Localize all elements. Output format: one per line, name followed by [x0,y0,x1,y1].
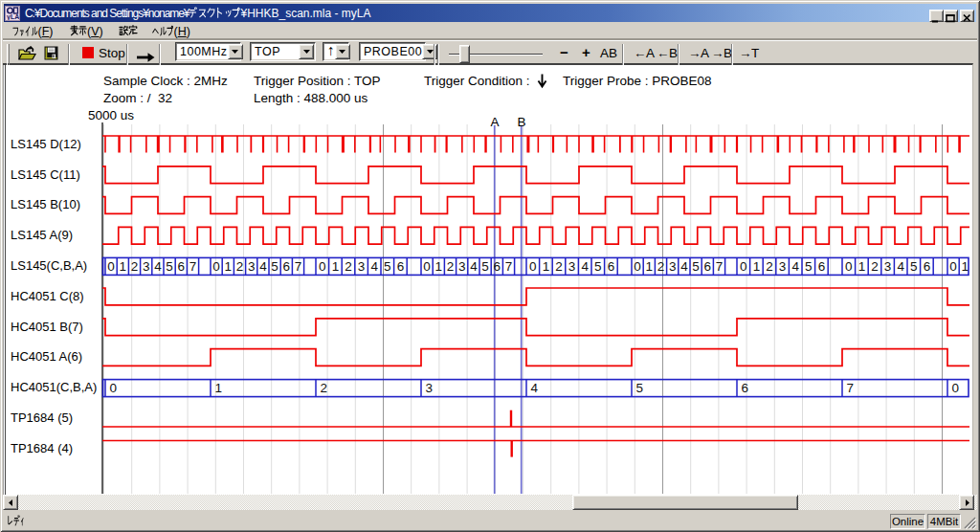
svg-text:2: 2 [657,259,665,274]
svg-text:1: 1 [120,259,127,274]
svg-text:0: 0 [423,259,431,274]
svg-text:5: 5 [910,259,918,274]
svg-text:1: 1 [543,259,550,274]
svg-text:4: 4 [370,259,378,274]
svg-text:0: 0 [319,259,326,274]
svg-text:5: 5 [636,381,644,395]
svg-text:Trigger Condition :: Trigger Condition : [424,74,530,88]
svg-text:HC4051(C,B,A): HC4051(C,B,A) [11,380,97,394]
svg-text:3: 3 [248,259,256,274]
svg-text:0: 0 [949,259,957,274]
svg-text:5: 5 [805,259,813,274]
svg-text:0: 0 [110,381,118,395]
svg-text:3: 3 [779,259,787,274]
svg-text:2: 2 [555,259,563,274]
svg-text:0: 0 [212,259,220,274]
svg-text:5: 5 [692,259,700,274]
svg-text:5: 5 [384,259,391,274]
svg-text:4: 4 [154,259,162,274]
svg-text:Length : 488.000 us: Length : 488.000 us [254,91,368,105]
svg-text:4: 4 [470,259,478,274]
svg-text:HC4051 B(7): HC4051 B(7) [11,320,83,334]
svg-text:1: 1 [858,259,866,274]
svg-text:2: 2 [766,259,773,274]
svg-text:3: 3 [143,259,150,274]
svg-text:0: 0 [529,259,537,274]
svg-text:HC4051 A(6): HC4051 A(6) [11,349,82,364]
svg-text:A: A [490,115,499,129]
svg-text:6: 6 [742,381,749,395]
svg-text:4: 4 [791,259,799,274]
svg-text:4: 4 [680,259,688,274]
svg-text:LS145 A(9): LS145 A(9) [11,228,73,242]
svg-text:3: 3 [568,259,576,274]
svg-text:5: 5 [166,259,173,274]
svg-text:0: 0 [845,259,853,274]
svg-text:B: B [517,115,525,129]
svg-text:1: 1 [753,259,761,274]
svg-text:3: 3 [358,259,366,274]
svg-text:2: 2 [871,259,879,274]
svg-text:5: 5 [271,259,278,274]
svg-text:3: 3 [884,259,892,274]
svg-text:7: 7 [505,259,513,274]
svg-text:6: 6 [178,259,186,274]
svg-text:3: 3 [669,259,677,274]
svg-text:2: 2 [345,259,352,274]
svg-text:Trigger Probe : PROBE08: Trigger Probe : PROBE08 [563,74,712,88]
svg-text:0: 0 [740,259,747,274]
svg-text:0: 0 [634,259,641,274]
svg-text:5000 us: 5000 us [88,108,134,122]
svg-text:5: 5 [481,259,489,274]
svg-text:1: 1 [962,259,969,274]
svg-text:2: 2 [321,381,328,395]
svg-text:LS145(C,B,A): LS145(C,B,A) [11,258,87,273]
svg-text:6: 6 [283,259,291,274]
svg-text:0: 0 [107,259,115,274]
svg-text:7: 7 [189,259,197,274]
svg-text:Sample Clock : 2MHz: Sample Clock : 2MHz [103,74,228,88]
svg-text:6: 6 [924,259,931,274]
svg-text:4: 4 [581,259,589,274]
svg-text:HC4051 C(8): HC4051 C(8) [11,289,84,303]
svg-text:4: 4 [259,259,267,274]
svg-text:6: 6 [608,259,615,274]
svg-text:LS145 D(12): LS145 D(12) [11,137,81,151]
svg-text:4: 4 [531,381,539,395]
svg-text:4: 4 [897,259,904,274]
svg-text:Trigger Position : TOP: Trigger Position : TOP [254,74,381,88]
svg-text:5: 5 [594,259,602,274]
svg-text:7: 7 [847,381,855,395]
svg-text:1: 1 [332,259,340,274]
svg-text:2: 2 [447,259,455,274]
svg-text:TP1684 (5): TP1684 (5) [11,410,73,425]
svg-text:7: 7 [295,259,302,274]
svg-text:1: 1 [435,259,443,274]
svg-text:3: 3 [458,259,466,274]
svg-text:2: 2 [236,259,244,274]
svg-text:3: 3 [426,381,434,395]
svg-text:1: 1 [225,259,233,274]
svg-text:0: 0 [952,381,960,395]
svg-text:LS145 C(11): LS145 C(11) [11,167,80,182]
svg-text:1: 1 [215,381,223,395]
svg-text:TP1684 (4): TP1684 (4) [11,441,73,455]
svg-text:Zoom : / 32: Zoom : / 32 [103,91,172,105]
svg-text:6: 6 [818,259,826,274]
svg-text:6: 6 [397,259,405,274]
svg-text:6: 6 [704,259,712,274]
svg-text:7: 7 [716,259,724,274]
svg-text:6: 6 [494,259,501,274]
svg-text:2: 2 [131,259,139,274]
svg-text:1: 1 [646,259,654,274]
svg-text:LS145 B(10): LS145 B(10) [11,197,80,211]
